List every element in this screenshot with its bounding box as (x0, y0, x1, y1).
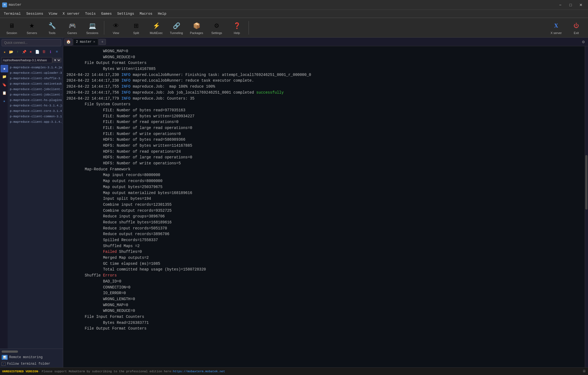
menu-item-tools[interactable]: Tools (82, 11, 98, 17)
sidebar-icon-folder-up[interactable]: 📂 (8, 49, 14, 55)
quick-connect-input[interactable] (2, 39, 61, 46)
terminal-output[interactable]: WRONG_MAP=0 WRONG_REDUCE=0 File Output F… (63, 46, 585, 367)
remote-monitoring-icon: 📊 (2, 355, 8, 360)
maximize-button[interactable]: □ (566, 1, 575, 9)
settings-icon[interactable]: ⚙ (580, 39, 587, 45)
sessions-label: Sessions (86, 31, 99, 35)
terminal-line: 2024-04-22 14:44:17,779 INFO mapreduce.J… (66, 96, 581, 102)
terminal-line: Spilled Records=17558337 (66, 237, 581, 243)
close-button[interactable]: ✕ (576, 1, 586, 9)
menu-item-terminal[interactable]: Terminal (1, 11, 23, 17)
sidebar-icon-bookmark[interactable]: 📌 (21, 49, 27, 55)
scrollbar-indicator (2, 351, 18, 353)
tab-master[interactable]: 2 master ✕ (73, 38, 98, 45)
packages-toolbar-button[interactable]: 📦 Packages (187, 19, 206, 36)
exit-toolbar-button[interactable]: ⏻ Exit (567, 19, 586, 36)
file-item[interactable]: p-mapreduce-client-shuffle-3.1.4.jar (8, 76, 62, 81)
terminal-line: HDFS: Number of bytes written=114167885 (66, 143, 581, 149)
file-item[interactable]: p-mapreduce-examples-3.1.4.jar (8, 65, 62, 70)
terminal-line: Shuffled Maps =2 (66, 243, 581, 249)
tunneling-toolbar-button[interactable]: 🔗 Tunneling (167, 19, 186, 36)
scrollbar-thumb (585, 155, 587, 210)
nav-icon-arrow[interactable]: ✈ (1, 97, 8, 105)
file-item[interactable]: p-mapreduce-client-hs-plugins-3.1.4.jar (8, 97, 62, 103)
multiexec-toolbar-button[interactable]: ⚡ MultiExec (147, 19, 166, 36)
nav-icon-folder[interactable]: 📁 (1, 73, 8, 81)
servers-label: Servers (27, 31, 37, 35)
file-item[interactable]: p-mapreduce-client-nativetask-3.1.4.jar (8, 81, 62, 87)
sidebar-icon-delete[interactable]: 🗑 (41, 49, 47, 55)
menu-item-sessions[interactable]: Sessions (23, 11, 46, 17)
view-toolbar-button[interactable]: 👁 View (106, 19, 125, 36)
terminal-line: WRONG_REDUCE=0 (66, 54, 581, 60)
main-area: ★ 📂 ↑ 📌 ✖ 📄 🗑 ℹ ≡ ▼ ★ 📁 🔖 📋 ✈ (0, 38, 588, 367)
minimize-button[interactable]: − (555, 1, 565, 9)
status-bar-right: 🖥 (582, 369, 586, 373)
toolbar: 🖥 Session ★ Servers 🔧 Tools 🎮 Games 💻 Se… (0, 18, 588, 38)
menu-item-macros[interactable]: Macros (137, 11, 155, 17)
split-toolbar-button[interactable]: ⊞ Split (127, 19, 146, 36)
menu-item-view[interactable]: View (46, 11, 60, 17)
monitor-icon: 🖥 (582, 369, 586, 373)
sessions-toolbar-button[interactable]: 💻 Sessions (83, 19, 102, 36)
servers-toolbar-button[interactable]: ★ Servers (22, 19, 41, 36)
tab-bar: 🏠 2 master ✕ + ⚙ (63, 38, 588, 46)
path-input[interactable] (2, 57, 52, 63)
sidebar-icon-more[interactable]: ≡ (54, 49, 60, 55)
xserver-toolbar-button[interactable]: X X server (547, 19, 566, 36)
games-label: Games (67, 31, 77, 35)
menu-item-x server[interactable]: X server (60, 11, 82, 17)
add-tab-button[interactable]: + (99, 39, 106, 45)
file-item[interactable]: p-mapreduce-client-uploader-3.1.4.jar (8, 70, 62, 76)
terminal-line: Map output materialized bytes=168189616 (66, 190, 581, 196)
sidebar-icon-close[interactable]: ✖ (28, 49, 34, 55)
title-text: master (9, 3, 22, 7)
terminal-line: HDFS: Number of write operations=5 (66, 161, 581, 167)
settings-toolbar-button[interactable]: ⚙ Settings (207, 19, 226, 36)
menu-item-settings[interactable]: Settings (115, 11, 137, 17)
sidebar-icon-star[interactable]: ★ (2, 49, 8, 55)
terminal-scrollbar[interactable] (585, 46, 588, 367)
file-item[interactable]: p-mapreduce-client-hs-3.1.4.jar (8, 103, 62, 108)
tab-close-icon[interactable]: ✕ (93, 40, 95, 44)
menu-item-games[interactable]: Games (99, 11, 115, 17)
view-icon: 👁 (111, 21, 121, 31)
remote-monitoring-button[interactable]: 📊 Remote monitoring (2, 355, 61, 360)
terminal-line: Map-Reduce Framework (66, 167, 581, 173)
terminal-line: BAD_ID=0 (66, 279, 581, 285)
file-item[interactable]: p-mapreduce-client-jobclient-3.1.4-tests… (8, 92, 62, 97)
terminal-line: File System Counters (66, 102, 581, 107)
file-item[interactable]: p-mapreduce-client-core-3.1.4.jar (8, 108, 62, 114)
terminal-line: IO_ERROR=0 (66, 290, 581, 296)
follow-terminal-checkbox[interactable]: ✓ (2, 362, 5, 366)
status-link[interactable]: https://mobaxterm.mobatek.net (173, 370, 225, 373)
terminal-line: File Output Format Counters (66, 60, 581, 66)
games-toolbar-button[interactable]: 🎮 Games (63, 19, 82, 36)
xserver-label: X server (551, 31, 562, 35)
sidebar: ★ 📂 ↑ 📌 ✖ 📄 🗑 ℹ ≡ ▼ ★ 📁 🔖 📋 ✈ (0, 38, 63, 367)
follow-terminal-folder[interactable]: ✓ Follow terminal folder (2, 362, 61, 366)
file-item[interactable]: p-mapreduce-client-jobclient-3.1.4.jar (8, 87, 62, 92)
nav-icon-star[interactable]: ★ (1, 65, 8, 72)
sidebar-icon-info[interactable]: ℹ (47, 49, 53, 55)
tab-home[interactable]: 🏠 (64, 38, 72, 45)
nav-icon-bookmark[interactable]: 🔖 (1, 81, 8, 89)
file-item[interactable]: p-mapreduce-client-app-3.1.4.jar (8, 119, 62, 125)
terminal-line: WRONG_MAP=0 (66, 302, 581, 308)
packages-icon: 📦 (192, 21, 201, 31)
file-item[interactable]: p-mapreduce-client-common-3.1.4.jar (8, 114, 62, 119)
sidebar-icon-sync[interactable]: ↑ (15, 49, 21, 55)
toolbar-separator (104, 21, 104, 35)
session-toolbar-button[interactable]: 🖥 Session (2, 19, 21, 36)
path-bar: ▼ (2, 57, 61, 63)
menu-item-help[interactable]: Help (155, 11, 169, 17)
path-dropdown[interactable]: ▼ (52, 58, 61, 62)
help-toolbar-button[interactable]: ❓ Help (227, 19, 246, 36)
multiexec-label: MultiExec (150, 31, 163, 35)
sidebar-icon-file[interactable]: 📄 (34, 49, 40, 55)
nav-icon-clipboard[interactable]: 📋 (1, 89, 8, 97)
terminal-line: 2024-04-22 14:44:17,755 INFO mapreduce.J… (66, 84, 581, 90)
status-message: - Please support MobaXterm by subscribin… (38, 370, 173, 373)
tools-toolbar-button[interactable]: 🔧 Tools (42, 19, 62, 36)
terminal-line: 2024-04-22 14:44:17,230 INFO mapred.Loca… (66, 72, 581, 78)
